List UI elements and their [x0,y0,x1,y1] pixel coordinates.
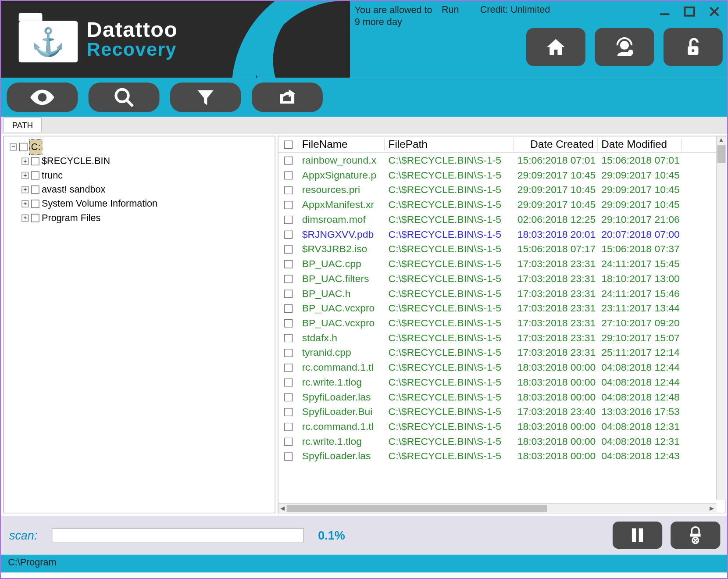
row-checkbox[interactable] [284,215,293,224]
file-row[interactable]: BP_UAC.h C:\$RECYCLE.BIN\S-1-5 17:03:201… [278,286,726,301]
row-checkbox[interactable] [284,452,293,461]
column-date-created[interactable]: Date Created [514,138,598,150]
file-row[interactable]: $RJNGXVV.pdb C:\$RECYCLE.BIN\S-1-5 18:03… [278,227,726,242]
file-row[interactable]: SpyfiLoader.las C:\$RECYCLE.BIN\S-1-5 18… [278,390,726,404]
tree-item[interactable]: System Volume Information [42,197,157,211]
cell-modified: 29:09:2017 10:45 [598,184,682,196]
tree-root[interactable]: C: [30,140,42,154]
expand-icon[interactable]: + [21,172,29,179]
cell-filename: SpyfiLoader.Bui [299,406,385,418]
file-row[interactable]: SpyfiLoader.Bui C:\$RECYCLE.BIN\S-1-5 17… [278,404,726,419]
row-checkbox[interactable] [284,407,293,416]
logo-panel: ⚓ Datattoo Recovery [1,1,350,78]
row-checkbox[interactable] [284,186,293,194]
expand-icon[interactable]: + [21,214,29,222]
export-button[interactable] [252,82,323,112]
file-row[interactable]: AppxSignature.p C:\$RECYCLE.BIN\S-1-5 29… [278,168,726,182]
row-checkbox[interactable] [284,230,293,239]
row-checkbox[interactable] [284,304,293,312]
cell-filepath: C:\$RECYCLE.BIN\S-1-5 [385,332,514,344]
row-checkbox[interactable] [284,156,293,164]
column-filename[interactable]: FileName [299,138,385,150]
file-row[interactable]: BP_UAC.filters C:\$RECYCLE.BIN\S-1-5 17:… [278,271,726,286]
row-checkbox[interactable] [284,290,293,298]
column-date-modified[interactable]: Date Modified [598,138,682,150]
row-checkbox[interactable] [284,349,293,357]
row-checkbox[interactable] [284,275,293,283]
vertical-scrollbar[interactable]: ▲ [716,136,726,500]
cell-created: 29:09:2017 10:45 [514,169,598,181]
file-row[interactable]: BP_UAC.vcxpro C:\$RECYCLE.BIN\S-1-5 17:0… [278,301,726,316]
search-button[interactable] [89,82,160,112]
support-button[interactable] [595,28,654,66]
horizontal-scrollbar[interactable]: ◀▶ [278,503,716,513]
row-checkbox[interactable] [284,245,293,253]
cell-created: 17:03:2018 23:40 [514,406,598,418]
tab-path[interactable]: PATH [3,118,42,132]
cell-created: 18:03:2018 00:00 [514,361,598,373]
svg-rect-1 [685,7,694,16]
cell-modified: 24:11:2017 15:46 [598,288,682,300]
tree-item[interactable]: Program Files [42,211,100,225]
file-row[interactable]: rainbow_round.x C:\$RECYCLE.BIN\S-1-5 15… [278,153,726,168]
cell-created: 17:03:2018 23:31 [514,347,598,358]
file-row[interactable]: BP_UAC.vcxpro C:\$RECYCLE.BIN\S-1-5 17:0… [278,316,726,331]
row-checkbox[interactable] [284,334,293,342]
file-row[interactable]: BP_UAC.cpp C:\$RECYCLE.BIN\S-1-5 17:03:2… [278,257,726,272]
collapse-icon[interactable]: − [10,143,17,150]
file-row[interactable]: SpyfiLoader.las C:\$RECYCLE.BIN\S-1-5 18… [278,449,726,464]
cell-created: 29:09:2017 10:45 [514,199,598,211]
checkbox[interactable] [31,214,39,222]
cell-modified: 20:07:2018 07:00 [598,229,682,240]
stop-button[interactable] [671,522,720,549]
file-row[interactable]: tyranid.cpp C:\$RECYCLE.BIN\S-1-5 17:03:… [278,345,726,360]
row-checkbox[interactable] [284,363,293,372]
home-button[interactable] [526,28,585,66]
row-checkbox[interactable] [284,171,293,179]
checkbox[interactable] [31,157,39,165]
close-button[interactable] [706,4,723,18]
maximize-button[interactable] [681,4,698,18]
tree-item[interactable]: avast! sandbox [42,182,105,197]
checkbox[interactable] [31,200,39,208]
cell-filename: BP_UAC.cpp [299,258,385,270]
file-row[interactable]: rc.command.1.tl C:\$RECYCLE.BIN\S-1-5 18… [278,419,726,434]
checkbox[interactable] [31,172,39,180]
cell-filepath: C:\$RECYCLE.BIN\S-1-5 [385,302,514,314]
row-checkbox[interactable] [284,200,293,209]
tree-item[interactable]: trunc [42,168,63,182]
expand-icon[interactable]: + [21,157,29,164]
checkbox[interactable] [19,143,28,151]
file-row[interactable]: rc.write.1.tlog C:\$RECYCLE.BIN\S-1-5 18… [278,434,726,449]
file-row[interactable]: rc.command.1.tl C:\$RECYCLE.BIN\S-1-5 18… [278,360,726,375]
folder-tree[interactable]: − C: + $RECYCLE.BIN + trunc + avast! san… [3,136,275,514]
column-filepath[interactable]: FilePath [385,138,514,150]
row-checkbox[interactable] [284,319,293,327]
row-checkbox[interactable] [284,422,293,431]
cell-modified: 15:06:2018 07:37 [598,243,682,255]
file-row[interactable]: $RV3JRB2.iso C:\$RECYCLE.BIN\S-1-5 15:06… [278,242,726,257]
row-checkbox[interactable] [284,378,293,386]
row-checkbox[interactable] [284,393,293,401]
minimize-button[interactable] [657,4,673,18]
file-row[interactable]: rc.write.1.tlog C:\$RECYCLE.BIN\S-1-5 18… [278,375,726,390]
filter-button[interactable] [170,82,241,112]
file-row[interactable]: AppxManifest.xr C:\$RECYCLE.BIN\S-1-5 29… [278,197,726,212]
svg-rect-8 [639,528,643,542]
tree-item[interactable]: $RECYCLE.BIN [42,154,110,168]
unlock-button[interactable] [664,28,723,66]
file-row[interactable]: resources.pri C:\$RECYCLE.BIN\S-1-5 29:0… [278,182,726,197]
view-button[interactable] [7,82,78,112]
cell-created: 18:03:2018 00:00 [514,376,598,388]
pause-button[interactable] [613,522,662,549]
row-checkbox[interactable] [284,437,293,446]
file-row[interactable]: dimsroam.mof C:\$RECYCLE.BIN\S-1-5 02:06… [278,212,726,227]
select-all-checkbox[interactable] [284,140,292,149]
file-row[interactable]: stdafx.h C:\$RECYCLE.BIN\S-1-5 17:03:201… [278,330,726,345]
expand-icon[interactable]: + [21,200,29,207]
row-checkbox[interactable] [284,260,293,268]
cell-filename: $RV3JRB2.iso [299,243,385,255]
cell-created: 17:03:2018 23:31 [514,288,598,300]
expand-icon[interactable]: + [21,186,29,193]
checkbox[interactable] [31,186,39,194]
